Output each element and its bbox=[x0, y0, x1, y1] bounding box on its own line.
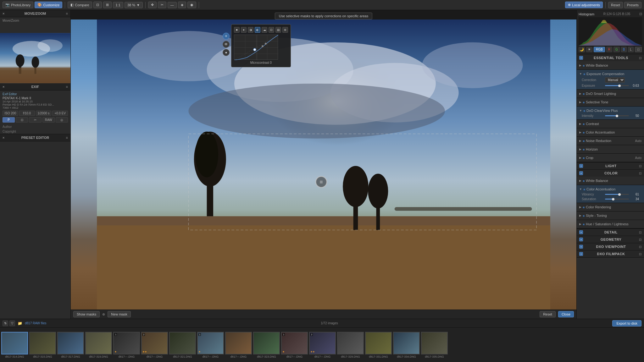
cr-enable[interactable]: ■ bbox=[583, 206, 585, 209]
film-item[interactable]: 2 ★★ d817---.DNG bbox=[141, 332, 168, 358]
film-item[interactable]: d817-323.DNG bbox=[253, 332, 280, 358]
correction-dropdown[interactable]: Manual bbox=[605, 77, 625, 83]
film-item[interactable]: d817-314.DNG bbox=[1, 332, 28, 358]
film-item[interactable]: 1 ★ d817---.DNG bbox=[281, 332, 308, 358]
l-channel-button[interactable]: L bbox=[628, 47, 634, 52]
cwb-enable[interactable]: ■ bbox=[583, 179, 585, 183]
sun-icon[interactable]: ☀ bbox=[586, 47, 592, 52]
color-expand-icon[interactable]: ⊡ bbox=[639, 172, 641, 175]
show-masks-button[interactable]: Show masks bbox=[73, 311, 100, 317]
geometry-expand-icon[interactable]: ⊡ bbox=[639, 238, 641, 241]
nr-header[interactable]: ▶ ■ Noise Reduction Auto bbox=[579, 138, 641, 144]
light-enable[interactable]: × bbox=[579, 164, 583, 168]
crop-enable[interactable]: ■ bbox=[583, 156, 585, 160]
film-item[interactable]: d817-329.DNG bbox=[337, 332, 364, 358]
add-mask-btn[interactable]: + bbox=[223, 33, 230, 40]
film-item[interactable]: d817---.DNG bbox=[225, 332, 252, 358]
ca-header[interactable]: ▶ ■ Color Accentuation bbox=[579, 129, 641, 135]
wb-header[interactable]: ▶ ■ White Balance bbox=[579, 63, 641, 68]
horizon-enable[interactable]: ■ bbox=[583, 148, 585, 151]
wb-tool[interactable]: ◈ bbox=[178, 2, 186, 8]
ca-enable[interactable]: ■ bbox=[583, 131, 585, 134]
hsl-enable[interactable]: ■ bbox=[583, 222, 585, 226]
mask-tool[interactable]: ◉ bbox=[187, 2, 196, 8]
cv-enable[interactable]: ■ bbox=[583, 109, 585, 112]
light-header[interactable]: × LIGHT ⊡ bbox=[577, 162, 644, 169]
r-channel-button[interactable]: R bbox=[606, 47, 612, 52]
film-item[interactable]: 1 ★ d817---.DNG bbox=[113, 332, 140, 358]
film-item[interactable]: d817-317.DNG bbox=[57, 332, 84, 358]
cv-header[interactable]: ▼ ■ DxO ClearView Plus bbox=[579, 108, 641, 113]
presets-button[interactable]: Presets bbox=[624, 2, 641, 8]
exp-enable[interactable]: ■ bbox=[583, 72, 585, 76]
menu-exif-icon[interactable]: ≡ bbox=[66, 85, 68, 89]
film-item[interactable]: d817-321.DNG bbox=[169, 332, 196, 358]
tone-icon-6[interactable]: ⊡ bbox=[269, 27, 274, 33]
geometry-header[interactable]: × GEOMETRY ⊡ bbox=[577, 236, 644, 243]
expand-icon[interactable]: ⊡ bbox=[635, 47, 642, 52]
wb-enable[interactable]: ■ bbox=[583, 64, 585, 67]
cr-header[interactable]: ▶ ■ Color Rendering bbox=[579, 204, 641, 210]
dot-btn[interactable]: ● bbox=[223, 49, 230, 56]
filmpack-expand-icon[interactable]: ⊡ bbox=[639, 252, 641, 256]
essential-tools-header[interactable]: × ESSENTIAL TOOLS ⊡ bbox=[577, 54, 644, 61]
view-mode-button[interactable]: ⊡ bbox=[93, 2, 102, 8]
color-header[interactable]: × COLOR ⊡ bbox=[577, 170, 644, 177]
close-canvas-button[interactable]: Close bbox=[558, 311, 574, 317]
essential-enable[interactable]: × bbox=[579, 56, 583, 60]
hsl-header[interactable]: ▶ ■ Hue / Saturation / Lightness bbox=[579, 221, 641, 227]
g-channel-button[interactable]: G bbox=[613, 47, 620, 52]
exp-header[interactable]: ▼ ■ Exposure Compensation bbox=[579, 71, 641, 77]
tone-icon-8[interactable]: ⊕ bbox=[282, 27, 288, 33]
filmpack-header[interactable]: × DXO FILMPACK ⊡ bbox=[577, 250, 644, 257]
film-item[interactable]: d817-335.DNG bbox=[421, 332, 448, 358]
tab-customize[interactable]: 🎨 Customize bbox=[35, 2, 62, 8]
tone-icon-5[interactable]: ☁ bbox=[262, 27, 267, 33]
filter-button[interactable]: ▽ bbox=[9, 321, 15, 326]
light-expand-icon[interactable]: ⊡ bbox=[639, 164, 641, 168]
film-item[interactable]: 2 ★★ d817---.DNG bbox=[309, 332, 336, 358]
center-canvas[interactable]: Use selective masks to apply corrections… bbox=[71, 10, 576, 319]
color-enable[interactable]: × bbox=[579, 171, 583, 175]
tone-icon-3[interactable]: ◑ bbox=[248, 27, 253, 33]
stoning-header[interactable]: ▶ ■ Style - Toning bbox=[579, 213, 641, 218]
intensity-slider[interactable] bbox=[605, 115, 629, 116]
essential-expand-icon[interactable]: ⊡ bbox=[639, 56, 641, 60]
geometry-enable[interactable]: × bbox=[579, 238, 583, 241]
st-enable[interactable]: ■ bbox=[583, 101, 585, 104]
tone-icon-7[interactable]: ▤ bbox=[275, 27, 281, 33]
cwb-header[interactable]: ▶ ■ White Balance bbox=[579, 178, 641, 184]
tab-photolibrary[interactable]: 📷 PhotoLibrary bbox=[3, 2, 33, 8]
viewpoint-header[interactable]: × DXO VIEWPOINT ⊡ bbox=[577, 243, 644, 250]
menu-preset-icon[interactable]: ≡ bbox=[66, 136, 68, 140]
tone-icon-4[interactable]: ◐ bbox=[255, 27, 260, 33]
film-item[interactable]: 1 ★ d817---.DNG bbox=[197, 332, 224, 358]
viewpoint-enable[interactable]: × bbox=[579, 245, 583, 249]
horizon-tool[interactable]: — bbox=[168, 2, 177, 8]
sl-enable[interactable]: ■ bbox=[583, 92, 585, 96]
local-adjustments-button[interactable]: ⊕ Local adjustments bbox=[565, 2, 603, 8]
fit-button[interactable]: ⊞ bbox=[103, 2, 112, 8]
rgb-mode-button[interactable]: RGB bbox=[594, 47, 605, 52]
export-button[interactable]: Export to disk bbox=[612, 320, 641, 326]
ca2-enable[interactable]: ■ bbox=[583, 188, 585, 191]
film-item[interactable]: d817-315.DNG bbox=[29, 332, 56, 358]
ca2-header[interactable]: ▼ ■ Color Accentuation bbox=[579, 186, 641, 192]
compare-button[interactable]: ◧ Compare bbox=[68, 2, 92, 8]
ratio-button[interactable]: 1:1 bbox=[113, 2, 123, 8]
film-item[interactable]: d817-331.DNG bbox=[365, 332, 392, 358]
eye-btn[interactable]: 👁 bbox=[223, 41, 230, 48]
nr-enable[interactable]: ■ bbox=[583, 139, 585, 143]
sl-header[interactable]: ▶ ■ DxO Smart Lighting bbox=[579, 91, 641, 96]
crop-header[interactable]: ▶ ■ Crop Auto bbox=[579, 155, 641, 161]
film-item[interactable]: d817-334.DNG bbox=[393, 332, 420, 358]
film-item[interactable]: d817-319.DNG bbox=[85, 332, 112, 358]
horizon-header[interactable]: ▶ ■ Horizon bbox=[579, 146, 641, 152]
filmpack-enable[interactable]: × bbox=[579, 252, 583, 256]
move-tool[interactable]: ✥ bbox=[148, 2, 157, 8]
saturation-slider[interactable] bbox=[605, 199, 629, 200]
contrast-enable[interactable]: ■ bbox=[583, 122, 585, 126]
stoning-enable[interactable]: ■ bbox=[583, 214, 585, 217]
vibrancy-slider[interactable] bbox=[605, 194, 629, 195]
new-mask-button[interactable]: New mask bbox=[108, 311, 130, 317]
